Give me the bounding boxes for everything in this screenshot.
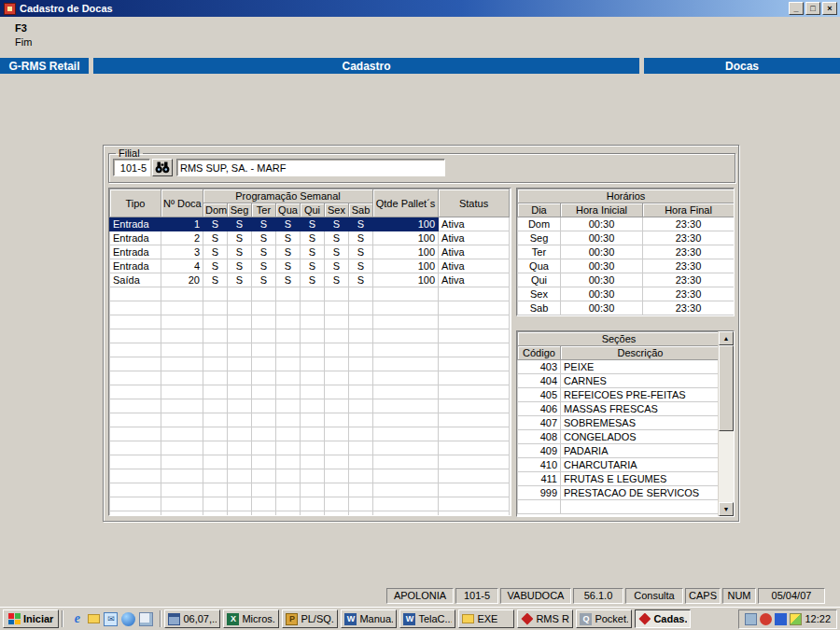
docas-col-status: Status [439, 189, 510, 217]
start-button-label: Iniciar [23, 613, 53, 624]
docas-empty-row [110, 483, 510, 497]
tray-icon-2[interactable] [760, 613, 772, 625]
media-player-icon[interactable] [121, 612, 135, 626]
titlebar[interactable]: Cadastro de Docas _ □ × [0, 0, 840, 17]
taskbar-button[interactable]: TelaC... [399, 609, 455, 628]
docas-empty-row [110, 315, 510, 329]
docas-table-body: Entrada1SSSSSSS100AtivaEntrada2SSSSSSS10… [110, 217, 510, 517]
taskbar-button[interactable]: Cadas... [635, 609, 691, 628]
start-button[interactable]: Iniciar [3, 609, 59, 628]
folder-icon [462, 614, 474, 623]
taskbar-button[interactable]: Pocket... [576, 609, 632, 628]
horarios-row[interactable]: Sab00:3023:30 [518, 301, 735, 315]
docas-col-day: Sab [349, 203, 373, 217]
filial-search-button[interactable] [152, 159, 173, 176]
internet-explorer-icon[interactable] [70, 612, 84, 626]
menu-area: F3 Fim [0, 17, 840, 56]
scrollbar-track[interactable] [719, 345, 734, 502]
horarios-col-header-cell: Dia [518, 203, 561, 217]
filial-row [113, 159, 731, 176]
excel-icon [227, 613, 239, 625]
secoes-scrollbar[interactable]: ▲ ▼ [718, 331, 734, 516]
pocket-icon [580, 613, 592, 625]
taskbar: Iniciar 06,07,...Micros...PL/SQ...Manua.… [0, 607, 840, 630]
secoes-row[interactable]: 410CHARCUTARIA [518, 458, 719, 472]
horarios-row[interactable]: Qua00:3023:30 [518, 259, 735, 273]
docas-col-qtde: Qtde Pallet´s [373, 189, 439, 217]
filial-code-input[interactable] [113, 159, 150, 176]
docas-empty-row [110, 497, 510, 511]
taskbar-button[interactable]: Micros... [223, 609, 279, 628]
secoes-grid: Seções CódigoDescrição 403PEIXE404CARNES… [516, 330, 735, 517]
taskbar-button[interactable]: EXE [458, 609, 514, 628]
secoes-row[interactable]: 407SOBREMESAS [518, 416, 719, 430]
rms-icon [521, 613, 533, 625]
docas-col-day: Dom [203, 203, 228, 217]
docas-empty-row [110, 287, 510, 301]
outlook-express-icon[interactable] [104, 612, 118, 626]
docas-col-ndoca: Nº Doca [161, 189, 203, 217]
horarios-row[interactable]: Ter00:3023:30 [518, 245, 735, 259]
taskbar-separator [160, 610, 161, 627]
statusbar-cell: 56.1.0 [573, 588, 623, 604]
show-desktop-icon[interactable] [139, 612, 153, 626]
quick-launch [66, 612, 157, 626]
scroll-down-button[interactable]: ▼ [719, 502, 734, 516]
minimize-button[interactable]: _ [789, 2, 804, 15]
horarios-row[interactable]: Dom00:3023:30 [518, 217, 735, 231]
tray-icon-1[interactable] [745, 613, 757, 625]
secoes-row[interactable]: 408CONGELADOS [518, 430, 719, 444]
close-button[interactable]: × [822, 2, 837, 15]
secoes-row[interactable]: 999PRESTACAO DE SERVICOS [518, 486, 719, 500]
horarios-grid: Horários DiaHora InicialHora Final Dom00… [516, 188, 735, 316]
maximize-button[interactable]: □ [805, 2, 820, 15]
binoculars-icon [155, 161, 170, 174]
horarios-row[interactable]: Sex00:3023:30 [518, 287, 735, 301]
secoes-row[interactable]: 411FRUTAS E LEGUMES [518, 472, 719, 486]
docas-empty-row [110, 385, 510, 399]
secoes-row[interactable]: 409PADARIA [518, 444, 719, 458]
folder-icon[interactable] [88, 614, 100, 623]
secoes-row[interactable]: 404CARNES [518, 374, 719, 388]
horarios-row[interactable]: Seg00:3023:30 [518, 231, 735, 245]
docas-empty-row [110, 427, 510, 441]
horarios-table-body: Dom00:3023:30Seg00:3023:30Ter00:3023:30Q… [518, 217, 735, 315]
docas-col-day: Qua [276, 203, 301, 217]
horarios-row[interactable]: Qui00:3023:30 [518, 273, 735, 287]
docas-row[interactable]: Saída20SSSSSSS100Ativa [110, 273, 510, 287]
word-icon [403, 613, 415, 625]
docas-empty-row [110, 441, 510, 455]
tray-icon-4[interactable] [790, 613, 802, 625]
filial-name-field[interactable] [176, 159, 445, 176]
banner-bar: G-RMS Retail Cadastro Docas [0, 58, 840, 74]
docas-row[interactable]: Entrada4SSSSSSS100Ativa [110, 259, 510, 273]
tray-icon-3[interactable] [775, 613, 787, 625]
secoes-row[interactable]: 406MASSAS FRESCAS [518, 402, 719, 416]
task-buttons: 06,07,...Micros...PL/SQ...Manua...TelaC.… [164, 609, 691, 628]
scrollbar-thumb[interactable] [719, 345, 734, 431]
taskbar-button[interactable]: PL/SQ... [282, 609, 338, 628]
docas-row[interactable]: Entrada2SSSSSSS100Ativa [110, 231, 510, 245]
secoes-col-header-cell: Código [518, 346, 561, 360]
scroll-up-button[interactable]: ▲ [719, 331, 734, 345]
horarios-col-header-cell: Hora Final [643, 203, 735, 217]
taskbar-button[interactable]: Manua... [341, 609, 397, 628]
taskbar-button[interactable]: 06,07,... [164, 609, 220, 628]
docas-table: Tipo Nº Doca Programação Semanal Qtde Pa… [109, 189, 510, 516]
secoes-grid-body: Seções CódigoDescrição 403PEIXE404CARNES… [517, 331, 718, 516]
menu-item-fim[interactable]: Fim [15, 35, 52, 49]
taskbar-separator [62, 610, 63, 627]
taskbar-button[interactable]: RMS R... [517, 609, 573, 628]
docas-empty-row [110, 413, 510, 427]
statusbar-cell: 05/04/07 [758, 588, 825, 604]
secoes-row[interactable]: 405REFEICOES PRE-FEITAS [518, 388, 719, 402]
docas-col-day: Qui [301, 203, 325, 217]
docas-row[interactable]: Entrada3SSSSSSS100Ativa [110, 245, 510, 259]
docas-row[interactable]: Entrada1SSSSSSS100Ativa [110, 217, 510, 231]
system-tray: 12:22 [738, 609, 837, 629]
rms-icon [638, 613, 651, 625]
secoes-row[interactable]: 403PEIXE [518, 360, 719, 374]
docas-empty-row [110, 371, 510, 385]
menu-item-f3[interactable]: F3 [15, 21, 52, 35]
filial-groupbox: Filial [108, 147, 735, 183]
